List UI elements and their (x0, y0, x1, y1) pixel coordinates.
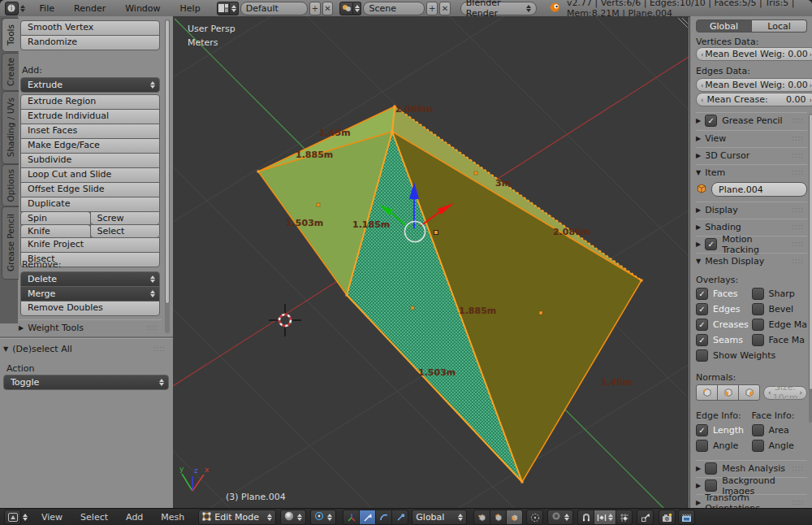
screen-layout-arrows[interactable] (230, 2, 238, 15)
make-edge-face-button[interactable]: Make Edge/Face (20, 138, 160, 154)
panel-grip-icon[interactable]: :::: (792, 258, 804, 265)
weight-tools-panel-header[interactable]: ▶ Weight Tools :::: (19, 319, 162, 335)
offset-edge-slide-button[interactable]: Offset Edge Slide (20, 182, 160, 197)
render-animation-button[interactable] (678, 510, 695, 525)
grease-pencil-panel-header[interactable]: ▶ Grease Pencil :::: (696, 112, 807, 128)
face-normals-toggle[interactable] (738, 384, 760, 401)
editor-type-arrows[interactable] (20, 5, 25, 12)
menu-select[interactable]: Select (71, 512, 117, 523)
face-select-mode-button[interactable] (506, 510, 523, 525)
edge-length-checkbox[interactable] (696, 424, 708, 436)
menu-mesh[interactable]: Mesh (152, 512, 193, 523)
inset-faces-button[interactable]: Inset Faces (20, 124, 160, 139)
cursor-panel-header[interactable]: ▶ 3D Cursor :::: (696, 147, 807, 163)
vertex-bevel-weight-slider[interactable]: ‹ Mean Bevel Weig: 0.00 › (696, 47, 812, 61)
knife-button[interactable]: Knife (20, 224, 91, 238)
limit-selection-visible-button[interactable] (526, 510, 543, 525)
spin-button[interactable]: Spin (20, 211, 91, 225)
snap-element-selector[interactable] (594, 510, 616, 525)
pivot-point-selector[interactable] (310, 510, 336, 525)
scale-manipulator-button[interactable] (391, 510, 408, 525)
screw-button[interactable]: Screw (90, 211, 161, 225)
panel-grip-icon[interactable]: :::: (153, 345, 166, 353)
screen-layout-icon[interactable] (217, 2, 231, 15)
vertex-per-face-normals-toggle[interactable] (717, 384, 739, 401)
tab-shading-uvs[interactable]: Shading / UVs (2, 91, 19, 164)
vertex-select-mode-button[interactable] (473, 510, 490, 525)
merge-dropdown[interactable]: Merge (20, 286, 160, 302)
vertex-normals-toggle[interactable] (696, 384, 718, 401)
panel-grip-icon[interactable]: :::: (792, 206, 804, 214)
manipulator-toggle[interactable] (343, 510, 360, 525)
creases-checkbox[interactable] (696, 319, 708, 331)
face-mark-checkbox[interactable] (752, 334, 764, 346)
smooth-vertex-button[interactable]: Smooth Vertex (20, 20, 160, 36)
transform-orientation-selector[interactable]: Global (412, 510, 467, 525)
view-panel-header[interactable]: ▶ View :::: (696, 130, 807, 146)
background-images-panel-header[interactable]: ▶ Background Images (696, 477, 807, 493)
edges-checkbox[interactable] (696, 303, 708, 315)
delete-dropdown[interactable]: Delete (20, 271, 160, 287)
mesh-analysis-checkbox[interactable] (705, 462, 717, 475)
face-area-checkbox[interactable] (752, 424, 764, 436)
editor-type-arrows[interactable] (23, 514, 28, 521)
tab-tools[interactable]: Tools (2, 18, 19, 52)
panel-grip-icon[interactable]: :::: (792, 499, 804, 506)
edge-bevel-weight-slider[interactable]: ‹ Mean Bevel Weig: 0.00 › (696, 78, 812, 92)
slider-right-arrow-icon[interactable]: › (809, 96, 812, 104)
panel-grip-icon[interactable]: :::: (792, 152, 804, 159)
item-name-field[interactable]: Plane.004 (711, 182, 807, 197)
scene-selector[interactable]: Scene (363, 2, 425, 15)
slider-right-arrow-icon[interactable]: › (799, 388, 802, 397)
panel-grip-icon[interactable]: :::: (792, 241, 804, 248)
add-scene-button[interactable]: + (426, 2, 438, 15)
viewport-3d[interactable]: y z x User Persp Meters (3) Plane.004 2.… (173, 16, 689, 508)
snap-toggle-button[interactable] (577, 510, 594, 525)
grease-pencil-checkbox[interactable] (705, 115, 717, 127)
sidebar-scrollbar[interactable] (809, 114, 812, 423)
menu-render[interactable]: Render (64, 3, 115, 14)
background-images-checkbox[interactable] (705, 479, 717, 492)
mesh-display-panel-header[interactable]: ▼ Mesh Display :::: (696, 253, 807, 269)
extrude-dropdown[interactable]: Extrude (20, 77, 160, 93)
rotate-manipulator-button[interactable] (375, 510, 392, 525)
seams-checkbox[interactable] (696, 334, 708, 346)
sharp-checkbox[interactable] (752, 288, 764, 300)
add-layout-button[interactable]: + (309, 2, 321, 15)
tab-global[interactable]: Global (696, 20, 752, 33)
tab-local[interactable]: Local (752, 20, 807, 33)
scene-arrows[interactable] (353, 2, 361, 15)
display-panel-header[interactable]: ▶ Display :::: (696, 202, 807, 218)
snap-target-selector[interactable] (615, 510, 633, 525)
normals-size-slider[interactable]: ‹ Size: 10cm › (763, 386, 807, 400)
scrollbar-thumb[interactable] (809, 114, 812, 390)
editor-type-info-icon[interactable]: i (5, 2, 19, 15)
menu-help[interactable]: Help (171, 3, 210, 14)
menu-view[interactable]: View (32, 512, 71, 523)
panel-grip-icon[interactable]: :::: (146, 324, 158, 332)
panel-grip-icon[interactable]: :::: (792, 465, 804, 472)
edge-angle-checkbox[interactable] (696, 440, 708, 452)
render-engine-selector[interactable]: Blender Render (460, 2, 537, 15)
mode-selector[interactable]: Edit Mode (198, 510, 276, 525)
edge-mark-checkbox[interactable] (752, 319, 764, 331)
tab-grease-pencil[interactable]: Grease Pencil (2, 206, 19, 280)
motion-tracking-panel-header[interactable]: ▶ Motion Tracking :::: (696, 236, 807, 252)
panel-grip-icon[interactable]: :::: (792, 117, 804, 124)
knife-project-button[interactable]: Knife Project (20, 237, 160, 253)
mean-crease-slider[interactable]: ‹ Mean Crease: 0.00 › (696, 93, 812, 106)
tool-shelf-scrollbar[interactable] (165, 20, 170, 333)
snap-peel-object-button[interactable] (637, 510, 654, 525)
menu-file[interactable]: File (30, 3, 64, 14)
tab-options[interactable]: Options (2, 164, 19, 206)
loop-cut-button[interactable]: Loop Cut and Slide (20, 167, 160, 183)
mesh-analysis-panel-header[interactable]: ▶ Mesh Analysis :::: (696, 460, 807, 476)
panel-grip-icon[interactable]: :::: (792, 223, 804, 231)
slider-right-arrow-icon[interactable]: › (809, 81, 812, 89)
delete-scene-button[interactable]: ✕ (439, 2, 451, 15)
screen-layout-selector[interactable]: Default (240, 2, 308, 15)
bevel-checkbox[interactable] (752, 303, 764, 315)
show-weights-checkbox[interactable] (696, 349, 708, 362)
edge-select-mode-button[interactable] (490, 510, 507, 525)
extrude-individual-button[interactable]: Extrude Individual (20, 109, 160, 124)
